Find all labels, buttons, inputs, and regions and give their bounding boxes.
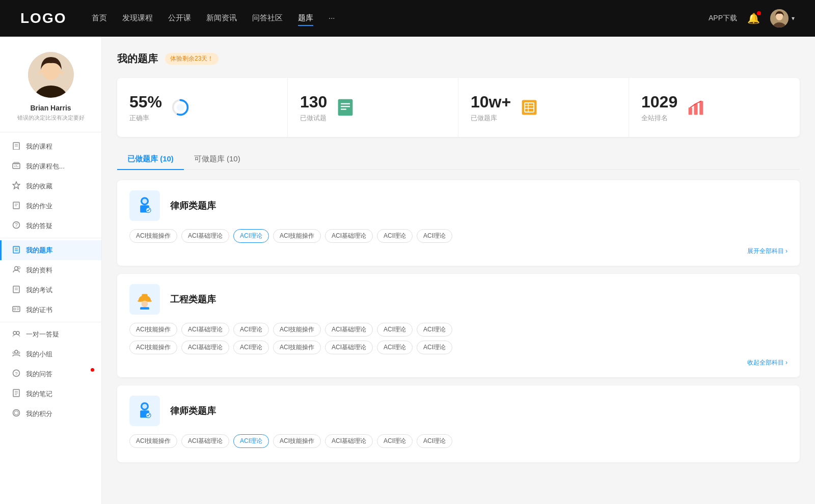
mydata-icon <box>12 265 21 275</box>
profile-avatar <box>28 52 74 98</box>
qbank-icon <box>12 245 21 255</box>
tag-1-7[interactable]: ACI理论 <box>417 229 452 243</box>
exam-icon <box>12 285 21 295</box>
sidebar-item-group[interactable]: 我的小组 <box>0 344 101 364</box>
tag-1-4[interactable]: ACI技能操作 <box>273 229 321 243</box>
tag-2-12[interactable]: ACI基础理论 <box>325 341 373 354</box>
nav-link-qa[interactable]: 问答社区 <box>252 11 283 26</box>
qbank-card-1-header: 律师类题库 <box>129 190 787 221</box>
svg-text:?: ? <box>15 222 18 228</box>
svg-point-37 <box>18 352 20 354</box>
tag-2-3[interactable]: ACI理论 <box>233 323 269 337</box>
qbank-card-2-tags-row1: ACI技能操作 ACI基础理论 ACI理论 ACI技能操作 ACI基础理论 AC… <box>129 323 787 337</box>
svg-point-35 <box>15 350 18 353</box>
notes-icon <box>12 389 21 399</box>
sidebar-item-qbank[interactable]: 我的题库 <box>0 240 101 260</box>
app-download-link[interactable]: APP下载 <box>709 14 737 23</box>
tag-3-1[interactable]: ACI技能操作 <box>129 434 177 448</box>
tag-1-6[interactable]: ACI理论 <box>377 229 413 243</box>
tab-done-banks[interactable]: 已做题库 (10) <box>117 149 184 170</box>
collapse-btn-2[interactable]: 收起全部科目 › <box>747 358 787 367</box>
svg-marker-14 <box>13 182 20 189</box>
page-layout: Brian Harris 错误的决定比没有决定要好 我的课程 我的课程包... <box>0 37 815 504</box>
sidebar-item-homework[interactable]: 我的作业 <box>0 196 101 216</box>
myquestion-icon: ? <box>12 369 21 379</box>
svg-rect-59 <box>694 104 698 115</box>
qbank-card-1-footer: 展开全部科目 › <box>129 247 787 256</box>
tag-2-6[interactable]: ACI理论 <box>377 323 413 337</box>
tag-1-1[interactable]: ACI技能操作 <box>129 229 177 243</box>
sidebar-item-myqa[interactable]: ? 我的答疑 <box>0 216 101 236</box>
sidebar: Brian Harris 错误的决定比没有决定要好 我的课程 我的课程包... <box>0 37 102 504</box>
sidebar-item-mydata-label: 我的资料 <box>26 266 52 275</box>
sidebar-divider-2 <box>0 322 101 322</box>
expand-btn-1[interactable]: 展开全部科目 › <box>747 247 787 256</box>
sidebar-item-favorites-label: 我的收藏 <box>26 182 52 191</box>
sidebar-item-mycourse-label: 我的课程 <box>26 142 52 151</box>
user-avatar-menu[interactable]: ▾ <box>770 9 795 27</box>
tag-3-3[interactable]: ACI理论 <box>233 434 269 448</box>
notification-bell-icon[interactable]: 🔔 <box>747 12 760 24</box>
tag-2-4[interactable]: ACI技能操作 <box>273 323 321 337</box>
stat-done-banks-value: 10w+ <box>471 92 511 111</box>
nav-link-opencourse[interactable]: 公开课 <box>168 11 191 26</box>
group-icon <box>12 349 21 359</box>
sidebar-item-oneone[interactable]: 一对一答疑 <box>0 324 101 344</box>
tag-3-7[interactable]: ACI理论 <box>417 434 452 448</box>
stat-done-questions: 130 已做试题 <box>288 78 458 137</box>
notification-dot <box>757 11 761 15</box>
tag-2-10[interactable]: ACI理论 <box>233 341 269 354</box>
points-icon <box>12 409 21 418</box>
topnav-right: APP下载 🔔 ▾ <box>709 9 795 27</box>
stat-accuracy-text: 55% 正确率 <box>129 92 162 123</box>
tag-2-11[interactable]: ACI技能操作 <box>273 341 321 354</box>
tag-2-5[interactable]: ACI基础理论 <box>325 323 373 337</box>
nav-link-more[interactable]: ··· <box>329 11 335 26</box>
tag-3-2[interactable]: ACI基础理论 <box>181 434 229 448</box>
nav-link-discover[interactable]: 发现课程 <box>122 11 153 26</box>
tag-1-2[interactable]: ACI基础理论 <box>181 229 229 243</box>
qbank-card-1: 律师类题库 ACI技能操作 ACI基础理论 ACI理论 ACI技能操作 ACI基… <box>117 180 800 266</box>
tag-2-2[interactable]: ACI基础理论 <box>181 323 229 337</box>
nav-link-qbank[interactable]: 题库 <box>298 11 313 26</box>
tag-3-5[interactable]: ACI基础理论 <box>325 434 373 448</box>
sidebar-item-qbank-label: 我的题库 <box>26 246 52 255</box>
tag-2-13[interactable]: ACI理论 <box>377 341 413 354</box>
tag-2-1[interactable]: ACI技能操作 <box>129 323 177 337</box>
sidebar-profile: Brian Harris 错误的决定比没有决定要好 <box>0 37 101 132</box>
main-header: 我的题库 体验剩余23天！ <box>117 52 800 66</box>
sidebar-item-notes[interactable]: 我的笔记 <box>0 384 101 404</box>
qbank-card-2-tags-row2: ACI技能操作 ACI基础理论 ACI理论 ACI技能操作 ACI基础理论 AC… <box>129 341 787 354</box>
nav-link-news[interactable]: 新闻资讯 <box>206 11 237 26</box>
sidebar-item-mydata[interactable]: 我的资料 <box>0 260 101 280</box>
sidebar-item-coursepack[interactable]: 我的课程包... <box>0 156 101 176</box>
sidebar-item-points[interactable]: 我的积分 <box>0 404 101 424</box>
sidebar-item-exam[interactable]: 我的考试 <box>0 280 101 300</box>
sidebar-item-favorites[interactable]: 我的收藏 <box>0 176 101 196</box>
sidebar-item-certificate[interactable]: 我的证书 <box>0 300 101 320</box>
sidebar-item-myquestion[interactable]: ? 我的问答 <box>0 364 101 384</box>
tag-1-3[interactable]: ACI理论 <box>233 229 269 243</box>
sidebar-item-homework-label: 我的作业 <box>26 202 52 211</box>
stat-done-banks-icon <box>519 97 539 118</box>
stat-done-questions-label: 已做试题 <box>300 114 327 123</box>
tag-2-8[interactable]: ACI技能操作 <box>129 341 177 354</box>
svg-point-48 <box>177 104 184 111</box>
tab-available-banks[interactable]: 可做题库 (10) <box>184 149 251 170</box>
tag-3-6[interactable]: ACI理论 <box>377 434 413 448</box>
qbank-card-2: 工程类题库 ACI技能操作 ACI基础理论 ACI理论 ACI技能操作 ACI基… <box>117 274 800 377</box>
tag-2-7[interactable]: ACI理论 <box>417 323 452 337</box>
qbank-card-2-title: 工程类题库 <box>170 293 216 305</box>
coursepack-icon <box>12 161 21 171</box>
tag-1-5[interactable]: ACI基础理论 <box>325 229 373 243</box>
tag-2-9[interactable]: ACI基础理论 <box>181 341 229 354</box>
avatar-chevron-icon: ▾ <box>792 15 795 22</box>
star-icon <box>12 181 21 191</box>
tag-3-4[interactable]: ACI技能操作 <box>273 434 321 448</box>
nav-link-home[interactable]: 首页 <box>92 11 107 26</box>
svg-point-63 <box>142 199 147 204</box>
stat-accuracy-icon <box>170 97 191 118</box>
stat-ranking-value: 1029 <box>641 92 677 111</box>
sidebar-item-mycourse[interactable]: 我的课程 <box>0 136 101 156</box>
tag-2-14[interactable]: ACI理论 <box>417 341 452 354</box>
